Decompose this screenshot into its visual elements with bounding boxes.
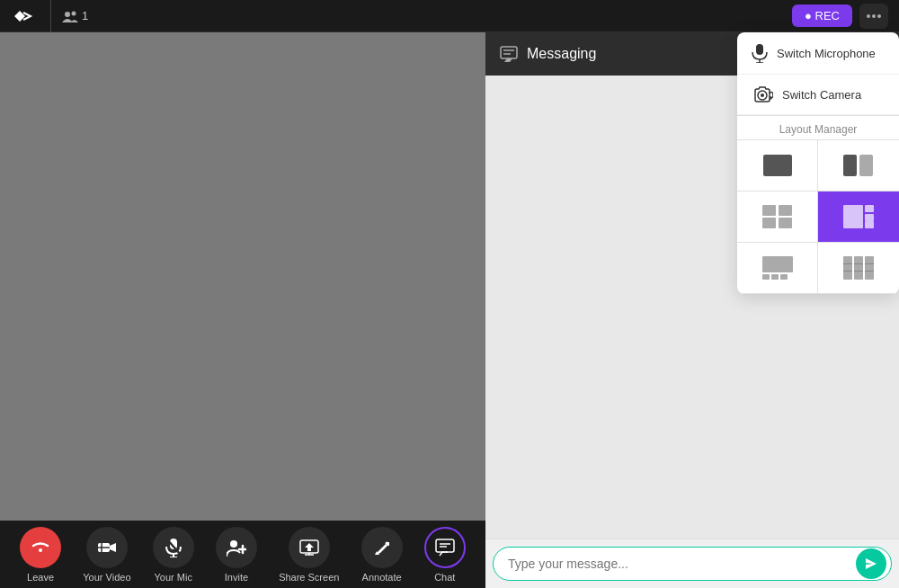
svg-rect-55 <box>854 271 863 272</box>
invite-label: Invite <box>225 572 248 583</box>
svg-point-33 <box>761 94 764 97</box>
annotate-icon <box>361 527 403 568</box>
invite-icon <box>216 527 257 568</box>
layout-single[interactable] <box>737 140 818 192</box>
record-button[interactable]: ● REC <box>792 4 852 27</box>
svg-point-8 <box>39 548 42 552</box>
svg-rect-57 <box>865 271 874 272</box>
svg-rect-44 <box>865 221 874 228</box>
app-logo <box>11 5 40 27</box>
participants-number: 1 <box>82 9 88 22</box>
layout-side-by-side[interactable] <box>818 140 899 192</box>
mic-icon <box>153 527 194 568</box>
main-video-area <box>0 32 485 521</box>
svg-point-3 <box>872 14 876 18</box>
leave-icon <box>20 527 61 568</box>
svg-rect-37 <box>762 205 776 216</box>
svg-rect-50 <box>854 256 863 280</box>
chat-input-area <box>485 539 899 588</box>
svg-marker-20 <box>305 543 314 551</box>
mic-label: Your Mic <box>155 572 192 583</box>
switch-camera-item[interactable]: Switch Camera <box>737 75 899 115</box>
svg-rect-56 <box>865 263 874 264</box>
invite-button[interactable]: Invite <box>216 527 257 583</box>
svg-rect-26 <box>436 539 454 552</box>
message-input-wrapper <box>493 547 892 581</box>
switch-microphone-label: Switch Microphone <box>777 47 876 60</box>
layout-manager-label: Layout Manager <box>737 115 899 140</box>
video-button[interactable]: Your Video <box>83 527 130 583</box>
mic-button[interactable]: Your Mic <box>153 527 194 583</box>
svg-rect-29 <box>756 44 763 55</box>
layout-options-grid <box>737 140 899 294</box>
svg-rect-43 <box>865 214 874 221</box>
svg-rect-42 <box>865 205 874 212</box>
switch-microphone-item[interactable]: Switch Microphone <box>737 32 899 75</box>
svg-rect-35 <box>843 155 857 176</box>
leave-button[interactable]: Leave <box>20 527 61 583</box>
layout-three-col[interactable] <box>818 243 899 294</box>
top-bar-right: ● REC <box>792 4 888 29</box>
chat-icon <box>424 527 466 568</box>
dropdown-menu: Switch Microphone Switch Camera Layout M… <box>737 32 899 294</box>
switch-camera-label: Switch Camera <box>782 88 861 102</box>
sidebar-title: Messaging <box>527 46 596 62</box>
layout-grid-2x2[interactable] <box>737 192 818 243</box>
chat-label: Chat <box>434 572 455 583</box>
video-label: Your Video <box>83 572 130 583</box>
leave-label: Leave <box>27 572 54 583</box>
svg-rect-34 <box>763 155 792 176</box>
share-screen-button[interactable]: Share Screen <box>279 527 339 583</box>
layout-sidebar[interactable] <box>818 192 899 243</box>
svg-point-16 <box>230 540 237 548</box>
share-screen-label: Share Screen <box>279 572 339 583</box>
svg-point-0 <box>65 12 70 17</box>
svg-point-4 <box>877 14 881 18</box>
svg-rect-45 <box>762 256 793 272</box>
share-screen-icon <box>289 527 330 568</box>
chat-button[interactable]: Chat <box>424 527 466 583</box>
send-button[interactable] <box>856 548 886 579</box>
svg-rect-49 <box>843 256 852 280</box>
top-bar-divider <box>50 0 51 32</box>
svg-rect-54 <box>854 263 863 264</box>
svg-rect-36 <box>859 155 873 176</box>
annotate-button[interactable]: Annotate <box>361 527 403 583</box>
svg-rect-46 <box>762 274 770 280</box>
svg-rect-51 <box>865 256 874 280</box>
svg-point-2 <box>867 14 870 18</box>
svg-rect-48 <box>780 274 788 280</box>
svg-rect-38 <box>779 205 792 216</box>
svg-rect-39 <box>762 218 776 228</box>
bottom-toolbar: Leave Your Video Your Mic <box>0 521 485 588</box>
svg-rect-40 <box>779 218 792 228</box>
message-input[interactable] <box>493 547 892 581</box>
svg-point-1 <box>72 11 76 15</box>
more-button[interactable] <box>859 4 888 29</box>
top-bar: 1 ● REC <box>0 0 899 32</box>
svg-rect-41 <box>843 205 863 228</box>
svg-rect-5 <box>501 47 517 58</box>
annotate-label: Annotate <box>362 572 402 583</box>
svg-rect-52 <box>843 263 852 264</box>
video-icon <box>86 527 128 568</box>
layout-filmstrip[interactable] <box>737 243 818 294</box>
svg-rect-47 <box>771 274 779 280</box>
participants-count: 1 <box>62 9 88 22</box>
svg-rect-53 <box>843 271 852 272</box>
